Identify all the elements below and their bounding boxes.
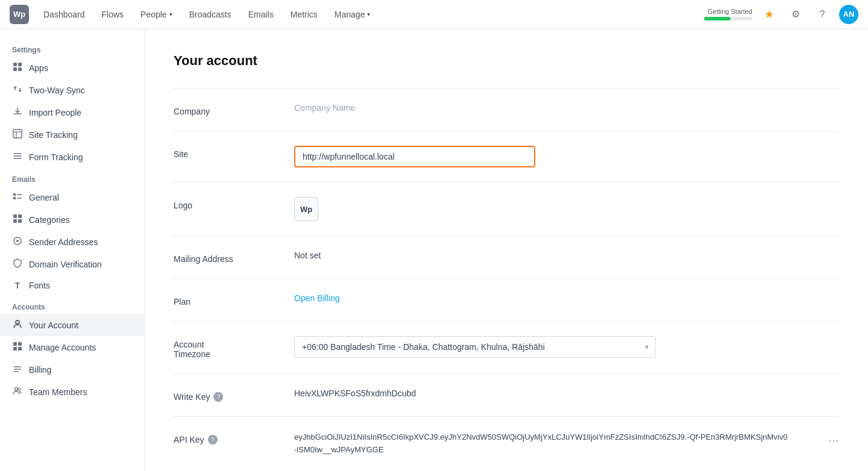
sidebar-item-form-tracking[interactable]: Form Tracking <box>0 146 144 168</box>
chevron-down-icon: ▾ <box>367 11 370 17</box>
sidebar-item-apps[interactable]: Apps <box>0 57 144 79</box>
categories-icon <box>12 214 23 225</box>
emails-section-title: Emails <box>0 168 144 186</box>
logo-row: Logo Wp <box>174 182 839 236</box>
site-input[interactable] <box>294 146 535 167</box>
nav-emails[interactable]: Emails <box>241 6 281 23</box>
sidebar-categories-label: Categories <box>29 215 70 225</box>
getting-started-label: Getting Started <box>708 8 752 15</box>
write-key-value: HeivXLWPKSFoS5frxdmhDcubd <box>294 385 416 398</box>
timezone-select-wrap: +06:00 Bangladesh Time - Dhaka, Chattogr… <box>294 336 656 358</box>
svg-rect-25 <box>13 347 17 351</box>
site-label: Site <box>174 146 294 159</box>
star-button[interactable]: ★ <box>760 5 779 24</box>
topnav-right: Getting Started ★ ⚙ ? AN <box>704 5 858 24</box>
write-key-help-icon[interactable]: ? <box>213 392 223 402</box>
write-key-row: Write Key ? HeivXLWPKSFoS5frxdmhDcubd <box>174 374 839 417</box>
nav-metrics[interactable]: Metrics <box>283 6 325 23</box>
sidebar-item-fonts[interactable]: T Fonts <box>0 275 144 296</box>
svg-rect-19 <box>18 219 22 223</box>
fonts-icon: T <box>12 281 23 290</box>
sidebar-billing-label: Billing <box>29 365 51 375</box>
sidebar-team-members-label: Team Members <box>29 387 87 397</box>
page-title: Your account <box>174 53 839 69</box>
main-content: Your account Company Company Name Site L… <box>145 29 868 471</box>
svg-point-30 <box>15 388 18 391</box>
mailing-address-value: Not set <box>294 247 321 260</box>
company-label: Company <box>174 103 294 116</box>
sidebar-item-team-members[interactable]: Team Members <box>0 381 144 403</box>
svg-rect-6 <box>13 129 22 138</box>
plan-row: Plan Open Billing <box>174 279 839 322</box>
svg-rect-1 <box>18 63 22 66</box>
sidebar-item-billing[interactable]: Billing <box>0 358 144 381</box>
svg-rect-23 <box>13 342 17 346</box>
chevron-down-icon: ▾ <box>169 11 172 17</box>
plan-label: Plan <box>174 293 294 307</box>
sidebar-item-site-tracking[interactable]: Site Tracking <box>0 123 144 146</box>
sidebar-your-account-label: Your Account <box>29 320 78 330</box>
sidebar-item-domain-verification[interactable]: Domain Verification <box>0 253 144 275</box>
settings-button[interactable]: ⚙ <box>786 5 805 24</box>
logo-button[interactable]: Wp <box>10 5 29 24</box>
site-row: Site <box>174 131 839 182</box>
avatar[interactable]: AN <box>839 5 858 24</box>
sidebar-two-way-sync-label: Two-Way Sync <box>29 86 85 95</box>
sidebar-item-general[interactable]: General <box>0 186 144 208</box>
site-tracking-icon <box>12 129 23 140</box>
accounts-section-title: Accounts <box>0 296 144 314</box>
sidebar-item-manage-accounts[interactable]: Manage Accounts <box>0 336 144 358</box>
svg-rect-17 <box>18 214 22 218</box>
form-tracking-icon <box>12 151 23 163</box>
import-people-icon <box>12 107 23 118</box>
svg-point-31 <box>18 388 20 390</box>
nav-dashboard[interactable]: Dashboard <box>36 6 92 23</box>
account-timezone-row: AccountTimezone +06:00 Bangladesh Time -… <box>174 322 839 374</box>
nav-people[interactable]: People ▾ <box>133 6 180 23</box>
sidebar-apps-label: Apps <box>29 63 48 73</box>
svg-rect-16 <box>13 214 17 218</box>
svg-rect-3 <box>18 67 22 71</box>
sidebar-domain-verification-label: Domain Verification <box>29 260 102 269</box>
api-key-menu-button[interactable]: ⋯ <box>828 431 839 447</box>
svg-rect-26 <box>18 347 22 351</box>
progress-bar-fill <box>704 17 731 20</box>
sidebar-item-categories[interactable]: Categories <box>0 208 144 231</box>
api-key-row: API Key ? eyJhbGciOiJIUzI1NiIsInR5cCI6Ik… <box>174 417 839 471</box>
timezone-select[interactable]: +06:00 Bangladesh Time - Dhaka, Chattogr… <box>294 336 656 358</box>
sidebar-form-tracking-label: Form Tracking <box>29 152 83 162</box>
your-account-icon <box>12 319 23 331</box>
sidebar-manage-accounts-label: Manage Accounts <box>29 343 96 352</box>
api-key-label-wrap: API Key ? <box>174 435 294 444</box>
sidebar-item-your-account[interactable]: Your Account <box>0 314 144 336</box>
open-billing-link[interactable]: Open Billing <box>294 290 340 303</box>
manage-accounts-icon <box>12 342 23 353</box>
svg-rect-18 <box>13 219 17 223</box>
svg-rect-12 <box>13 193 16 196</box>
sidebar-item-two-way-sync[interactable]: Two-Way Sync <box>0 79 144 101</box>
mailing-address-label: Mailing Address <box>174 251 294 264</box>
sidebar-general-label: General <box>29 193 59 202</box>
sidebar-site-tracking-label: Site Tracking <box>29 130 78 140</box>
svg-rect-13 <box>13 197 16 199</box>
nav-broadcasts[interactable]: Broadcasts <box>182 6 239 23</box>
progress-bar-bg <box>704 17 752 20</box>
svg-rect-0 <box>13 63 17 66</box>
sidebar-import-people-label: Import People <box>29 108 81 117</box>
billing-icon <box>12 364 23 375</box>
sidebar-item-import-people[interactable]: Import People <box>0 101 144 123</box>
svg-point-21 <box>16 240 19 242</box>
domain-verification-icon <box>12 258 23 270</box>
api-key-help-icon[interactable]: ? <box>208 435 218 444</box>
sidebar-fonts-label: Fonts <box>29 281 50 290</box>
mailing-address-row: Mailing Address Not set <box>174 236 839 279</box>
apps-icon <box>12 62 23 73</box>
svg-point-22 <box>16 320 19 324</box>
company-row: Company Company Name <box>174 89 839 131</box>
sidebar-item-sender-addresses[interactable]: Sender Addresses <box>0 231 144 253</box>
help-button[interactable]: ? <box>813 5 832 24</box>
nav-manage[interactable]: Manage ▾ <box>327 6 378 23</box>
layout: Settings Apps Two-Way Sync Import People… <box>0 29 868 471</box>
nav-flows[interactable]: Flows <box>95 6 131 23</box>
write-key-label-wrap: Write Key ? <box>174 392 294 402</box>
